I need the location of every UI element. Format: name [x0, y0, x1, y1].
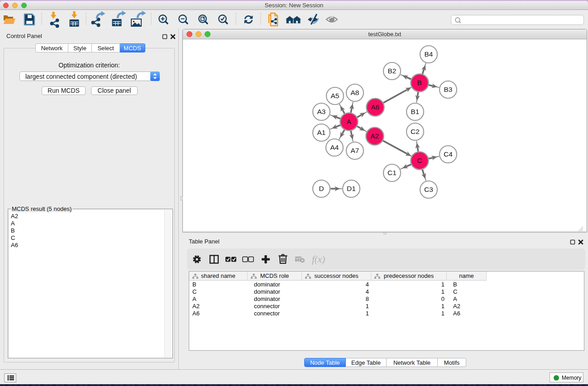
svg-text:B4: B4 [425, 50, 433, 58]
svg-text:C2: C2 [411, 128, 420, 135]
svg-text:A6: A6 [371, 103, 380, 111]
svg-text:B: B [417, 79, 422, 86]
svg-text:A2: A2 [371, 132, 379, 140]
svg-text:B1: B1 [411, 108, 420, 115]
svg-text:A5: A5 [331, 92, 339, 100]
svg-text:A3: A3 [317, 108, 326, 115]
svg-text:D1: D1 [347, 185, 356, 192]
svg-text:C: C [417, 157, 422, 164]
svg-text:f(x): f(x) [312, 254, 325, 265]
svg-text:C1: C1 [387, 169, 397, 176]
svg-text:A4: A4 [330, 143, 339, 151]
svg-text:A: A [347, 118, 352, 125]
svg-text:B3: B3 [444, 86, 453, 93]
svg-text:A7: A7 [351, 147, 359, 154]
svg-text:A8: A8 [351, 89, 359, 96]
svg-text:C4: C4 [444, 150, 453, 158]
svg-text:A1: A1 [317, 129, 326, 136]
svg-text:B2: B2 [388, 67, 397, 75]
svg-text:D: D [319, 185, 324, 192]
svg-text:C3: C3 [424, 186, 433, 193]
